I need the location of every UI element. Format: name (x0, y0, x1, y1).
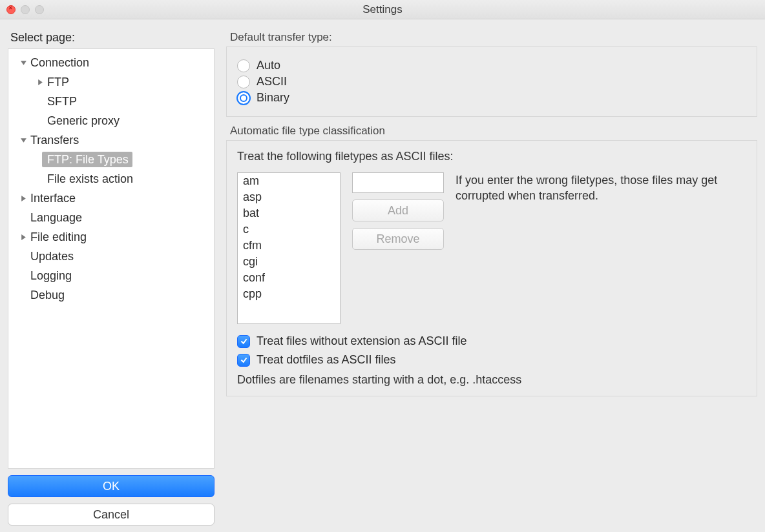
default-transfer-type-group: Auto ASCII Binary (226, 46, 757, 117)
tree-item-updates[interactable]: Updates (17, 247, 214, 266)
filetype-warning: If you enter the wrong filetypes, those … (456, 172, 740, 204)
chevron-right-icon[interactable] (17, 195, 29, 202)
radio-ascii[interactable] (237, 76, 250, 88)
checkbox-label: Treat dotfiles as ASCII files (257, 353, 395, 367)
list-item[interactable]: asp (238, 189, 340, 205)
select-page-label: Select page: (10, 31, 215, 45)
tree-item-connection[interactable]: Connection (17, 53, 214, 72)
zoom-window-button[interactable] (35, 5, 44, 14)
tree-item-file-exists[interactable]: File exists action (17, 169, 214, 189)
ok-button[interactable]: OK (8, 475, 215, 497)
svg-marker-0 (21, 61, 26, 65)
tree-item-interface[interactable]: Interface (17, 189, 214, 208)
tree-label: File exists action (46, 169, 133, 189)
svg-marker-2 (21, 138, 26, 143)
checkbox-dotfiles[interactable] (237, 354, 250, 367)
radio-label: ASCII (257, 75, 287, 88)
add-button[interactable]: Add (352, 200, 444, 221)
page-tree[interactable]: Connection FTP SFTP Generic proxy (8, 48, 215, 469)
tree-label: Language (29, 208, 82, 227)
tree-item-language[interactable]: Language (17, 208, 214, 227)
tree-item-ftp-file-types[interactable]: FTP: File Types (17, 150, 214, 169)
tree-label: SFTP (46, 92, 77, 111)
tree-item-sftp[interactable]: SFTP (17, 92, 214, 111)
list-item[interactable]: am (238, 173, 340, 189)
dotfiles-note: Dotfiles are filenames starting with a d… (237, 373, 746, 387)
tree-label: File editing (29, 227, 87, 247)
radio-label: Auto (257, 59, 280, 72)
tree-item-generic-proxy[interactable]: Generic proxy (17, 111, 214, 130)
radio-auto[interactable] (237, 59, 250, 72)
auto-classification-label: Automatic file type classification (230, 125, 757, 138)
list-item[interactable]: c (238, 221, 340, 238)
auto-classification-group: Treat the following filetypes as ASCII f… (226, 140, 757, 396)
filetype-input[interactable] (352, 172, 444, 193)
chevron-right-icon[interactable] (34, 79, 46, 86)
close-window-button[interactable] (6, 5, 16, 14)
tree-item-transfers[interactable]: Transfers (17, 130, 214, 150)
tree-item-ftp[interactable]: FTP (17, 72, 214, 92)
svg-marker-1 (38, 79, 43, 85)
check-icon (240, 337, 248, 345)
radio-row-ascii[interactable]: ASCII (237, 75, 746, 88)
remove-button[interactable]: Remove (352, 228, 444, 250)
list-item[interactable]: bat (238, 205, 340, 221)
minimize-window-button[interactable] (21, 5, 30, 14)
tree-label: Generic proxy (46, 111, 120, 130)
list-item[interactable]: cfm (238, 238, 340, 254)
chevron-down-icon[interactable] (17, 59, 29, 66)
tree-label: FTP: File Types (46, 150, 129, 169)
tree-label: Updates (29, 247, 74, 266)
default-transfer-type-label: Default transfer type: (230, 31, 757, 44)
check-icon (240, 356, 248, 364)
tree-label: Interface (29, 189, 76, 208)
radio-row-binary[interactable]: Binary (237, 91, 746, 105)
window-title: Settings (0, 3, 765, 16)
tree-label: Debug (29, 285, 65, 305)
cancel-button[interactable]: Cancel (8, 504, 215, 526)
svg-marker-4 (21, 234, 26, 240)
checkbox-noext[interactable] (237, 335, 250, 348)
tree-label: Transfers (29, 130, 79, 150)
radio-label: Binary (257, 91, 289, 105)
list-item[interactable]: cgi (238, 254, 340, 270)
list-item[interactable]: conf (238, 270, 340, 286)
list-item[interactable]: cpp (238, 286, 340, 302)
treat-filetypes-label: Treat the following filetypes as ASCII f… (237, 150, 746, 163)
filetype-list[interactable]: am asp bat c cfm cgi conf cpp (237, 172, 341, 324)
tree-item-file-editing[interactable]: File editing (17, 227, 214, 247)
tree-label: FTP (46, 72, 69, 92)
titlebar: Settings (0, 0, 765, 19)
svg-marker-3 (21, 196, 26, 201)
radio-binary[interactable] (237, 92, 250, 105)
chevron-right-icon[interactable] (17, 234, 29, 241)
checkbox-label: Treat files without extension as ASCII f… (257, 334, 467, 348)
tree-label: Logging (29, 266, 72, 285)
tree-label: Connection (29, 53, 89, 72)
tree-item-debug[interactable]: Debug (17, 285, 214, 305)
tree-item-logging[interactable]: Logging (17, 266, 214, 285)
chevron-down-icon[interactable] (17, 137, 29, 144)
check-row-dotfiles[interactable]: Treat dotfiles as ASCII files (237, 353, 746, 367)
radio-row-auto[interactable]: Auto (237, 59, 746, 72)
check-row-noext[interactable]: Treat files without extension as ASCII f… (237, 334, 746, 348)
